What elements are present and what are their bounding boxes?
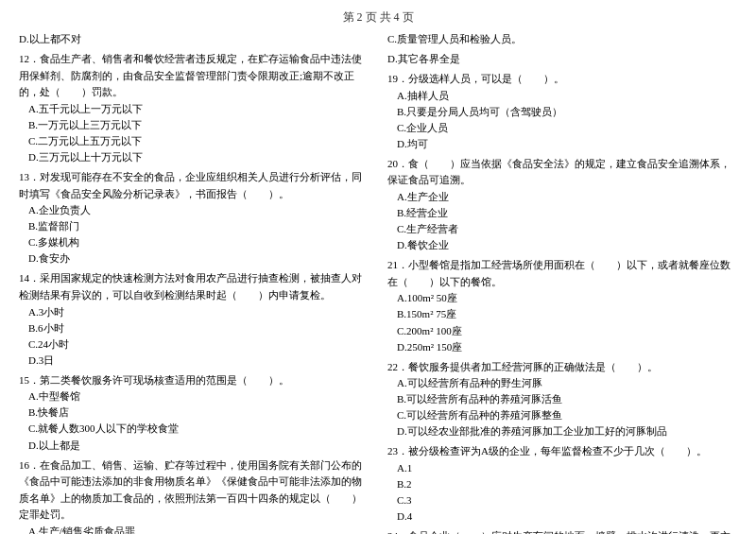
options-15: A.中型餐馆 B.快餐店 C.就餐人数300人以下的学校食堂 D.以上都是 [19,388,369,453]
question-13: 13．对发现可能存在不安全的食品，企业应组织相关人员进行分析评估，同时填写《食品… [19,169,369,267]
options-21: A.100m² 50座 B.150m² 75座 C.200m² 100座 D.2… [387,290,737,354]
options-23: A.1 B.2 C.3 D.4 [387,460,737,525]
options-13: A.企业负责人 B.监督部门 C.多媒机构 D.食安办 [19,202,369,267]
question-20: 20．食（ ）应当依据《食品安全法》的规定，建立食品安全追溯体系，保证食品可追溯… [387,156,737,253]
question-21: 21．小型餐馆是指加工经营场所使用面积在（ ）以下，或者就餐座位数在（ ）以下的… [387,257,737,354]
options-16: A.生产/销售劣质食品罪 B.生产、销售有毒、有害食品罪 C.生产/销售不符合安… [19,524,369,534]
question-19: 19．分级选样人员，可以是（ ）。 A.抽样人员 B.只要是分局人员均可（含驾驶… [387,71,737,152]
options-19: A.抽样人员 B.只要是分局人员均可（含驾驶员） C.企业人员 D.均可 [387,88,737,152]
options-22: A.可以经营所有品种的野生河豚 B.可以经营所有品种的养殖河豚活鱼 C.可以经营… [387,375,737,439]
question-15: 15．第二类餐饮服务许可现场核查适用的范围是（ ）。 A.中型餐馆 B.快餐店 … [19,372,369,454]
question-24: 24．食品企业（ ）应对生产车间的地面、墙壁、排水沟进行清洗，更衣室、淋浴室、厕… [387,528,737,534]
question-22: 22．餐饮服务提供者加工经营河豚的正确做法是（ ）。 A.可以经营所有品种的野生… [387,359,737,440]
options-12: A.五千元以上一万元以下 B.一万元以上三万元以下 C.二万元以上五万元以下 D… [19,101,369,165]
page-header: 第 2 页 共 4 页 [19,9,737,26]
options-14: A.3小时 B.6小时 C.24小时 D.3日 [19,304,369,369]
right-column: C.质量管理人员和检验人员。 D.其它各界全是 19．分级选样人员，可以是（ ）… [387,31,737,534]
question-12: 12．食品生产者、销售者和餐饮经营者违反规定，在贮存运输食品中违法使用保鲜剂、防… [19,51,369,165]
options-20: A.生产企业 B.经营企业 C.生产经营者 D.餐饮企业 [387,189,737,253]
option-d-right: D.其它各界全是 [387,51,737,67]
option-c-right: C.质量管理人员和检验人员。 [387,31,737,47]
option-d: D.以上都不对 [19,31,369,47]
question-23: 23．被分级检查评为A级的企业，每年监督检查不少于几次（ ）。 A.1 B.2 … [387,443,737,525]
question-16: 16．在食品加工、销售、运输、贮存等过程中，使用国务院有关部门公布的《食品中可能… [19,457,369,534]
left-column: D.以上都不对 12．食品生产者、销售者和餐饮经营者违反规定，在贮存运输食品中违… [19,31,369,534]
question-14: 14．采用国家规定的快速检测方法对食用农产品进行抽查检测，被抽查人对检测结果有异… [19,270,369,368]
